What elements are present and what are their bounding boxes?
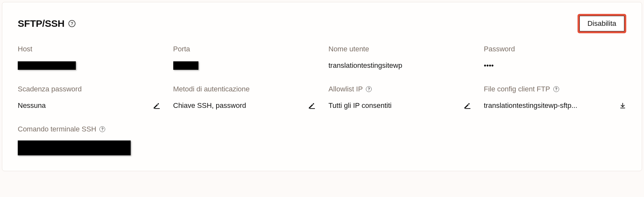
help-icon[interactable]: ?: [68, 20, 75, 27]
field-pw-expiry: Scadenza password Nessuna: [18, 85, 160, 111]
edit-icon[interactable]: [308, 102, 316, 109]
field-ftp-config-value-row: translationtestingsitewp-sftp...: [484, 100, 627, 111]
field-auth-methods: Metodi di autenticazione Chiave SSH, pas…: [173, 85, 316, 111]
field-ip-allowlist: Allowlist IP ? Tutti gli IP consentiti: [328, 85, 471, 111]
ftp-config-label-text: File config client FTP: [484, 85, 550, 93]
ip-allowlist-value: Tutti gli IP consentiti: [328, 101, 392, 110]
username-value: translationtestingsitewp: [328, 61, 402, 70]
sftp-ssh-card: SFTP/SSH ? Disabilita Host Porta Nome ut…: [2, 2, 642, 171]
host-redacted-value: [18, 61, 76, 70]
field-ssh-cmd: Comando terminale SSH ?: [18, 125, 156, 155]
port-redacted-value: [173, 61, 198, 70]
field-ftp-config-label: File config client FTP ?: [484, 85, 627, 93]
password-value: ••••: [484, 61, 494, 70]
disable-button-highlight: Disabilita: [578, 14, 626, 33]
auth-methods-value: Chiave SSH, password: [173, 101, 246, 110]
help-icon[interactable]: ?: [366, 86, 372, 92]
field-port: Porta: [173, 45, 316, 71]
field-host-label: Host: [18, 45, 160, 53]
pw-expiry-value: Nessuna: [18, 101, 46, 110]
field-ssh-cmd-value-row: [18, 140, 156, 155]
field-password-value-row: ••••: [484, 60, 627, 71]
field-ip-allowlist-value-row: Tutti gli IP consentiti: [328, 100, 471, 111]
field-host: Host: [18, 45, 160, 71]
field-username: Nome utente translationtestingsitewp: [328, 45, 471, 71]
field-ip-allowlist-label: Allowlist IP ?: [328, 85, 471, 93]
svg-rect-0: [155, 108, 160, 109]
field-ssh-cmd-label: Comando terminale SSH ?: [18, 125, 156, 133]
help-icon[interactable]: ?: [553, 86, 559, 92]
field-username-value-row: translationtestingsitewp: [328, 60, 471, 71]
help-icon[interactable]: ?: [99, 126, 105, 132]
field-host-value-row: [18, 60, 160, 71]
svg-rect-3: [620, 108, 625, 108]
ssh-cmd-redacted-value: [18, 140, 131, 155]
svg-rect-1: [310, 108, 315, 109]
title-wrap: SFTP/SSH ?: [18, 18, 75, 29]
field-pw-expiry-label: Scadenza password: [18, 85, 160, 93]
field-port-label: Porta: [173, 45, 316, 53]
row3: Comando terminale SSH ?: [18, 125, 626, 155]
ip-allowlist-label-text: Allowlist IP: [328, 85, 363, 93]
ftp-config-value: translationtestingsitewp-sftp...: [484, 101, 578, 110]
disable-button[interactable]: Disabilita: [579, 16, 624, 31]
field-ftp-config: File config client FTP ? translationtest…: [484, 85, 627, 111]
field-auth-methods-value-row: Chiave SSH, password: [173, 100, 316, 111]
card-title: SFTP/SSH: [18, 18, 65, 29]
field-password-label: Password: [484, 45, 627, 53]
field-port-value-row: [173, 60, 316, 71]
fields-grid: Host Porta Nome utente translationtestin…: [18, 45, 626, 111]
edit-icon[interactable]: [153, 102, 160, 109]
download-icon[interactable]: [619, 102, 626, 109]
edit-icon[interactable]: [463, 102, 471, 109]
svg-rect-2: [465, 108, 470, 109]
field-pw-expiry-value-row: Nessuna: [18, 100, 160, 111]
field-password: Password ••••: [484, 45, 627, 71]
field-username-label: Nome utente: [328, 45, 471, 53]
field-auth-methods-label: Metodi di autenticazione: [173, 85, 316, 93]
card-header: SFTP/SSH ? Disabilita: [18, 14, 626, 33]
ssh-cmd-label-text: Comando terminale SSH: [18, 125, 96, 133]
